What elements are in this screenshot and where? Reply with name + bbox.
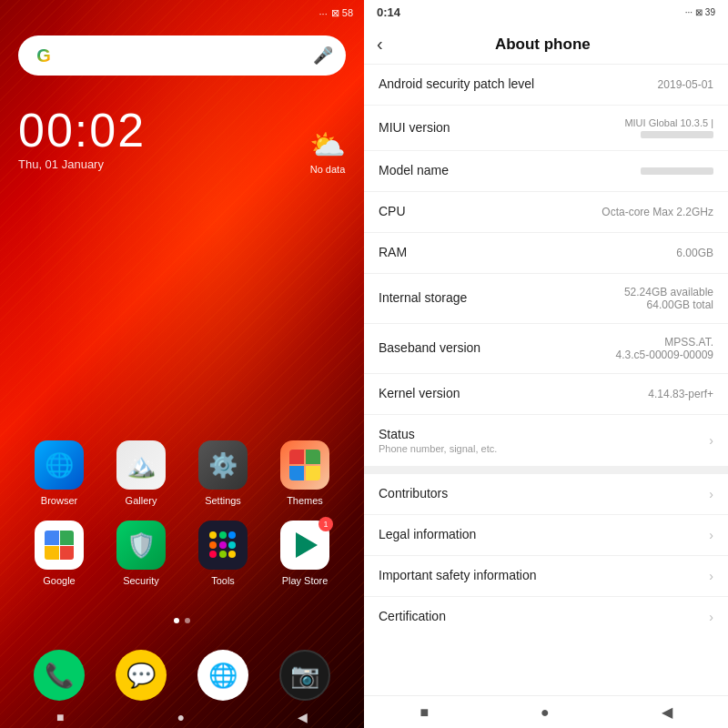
dock-phone[interactable]: 📞: [34, 650, 85, 701]
item-left: CPU: [379, 204, 602, 220]
contributors-label: Contributors: [379, 486, 702, 500]
nav-bar-left: ■ ● ◀: [0, 706, 364, 728]
item-legal-information[interactable]: Legal information ›: [364, 515, 728, 556]
dock-camera[interactable]: 📷: [279, 650, 330, 701]
model-name-value: [641, 167, 713, 175]
legal-label: Legal information: [379, 527, 702, 541]
dock-chrome[interactable]: 🌐: [197, 650, 248, 701]
app-security[interactable]: 🛡️ Security: [116, 521, 166, 586]
item-left: Android security patch level: [379, 76, 658, 93]
item-left: Model name: [379, 163, 641, 179]
apps-row-2: Google 🛡️ Security: [18, 521, 346, 586]
back-button[interactable]: ‹: [377, 34, 383, 55]
item-model-name: Model name: [364, 151, 728, 192]
playstore-badge: 1: [318, 517, 333, 531]
playstore-label: Play Store: [282, 575, 329, 586]
item-ram: RAM 6.00GB: [364, 233, 728, 274]
google-icon: [35, 521, 84, 570]
browser-icon: 🌐: [35, 440, 84, 490]
header-bar: ‹ About phone: [364, 25, 728, 65]
signal-dots-right: ···: [685, 7, 693, 17]
status-icons-right: ··· ⊠ 39: [685, 7, 715, 17]
baseband-label: Baseband version: [379, 340, 616, 355]
weather-icon: ⛅: [309, 127, 346, 162]
clock-time: 00:02: [18, 103, 346, 157]
cpu-value: Octa-core Max 2.2GHz: [602, 206, 713, 218]
clock-date: Thu, 01 January: [18, 157, 346, 171]
page-title: About phone: [392, 35, 693, 54]
ram-label: RAM: [379, 245, 676, 259]
security-patch-value: 2019-05-01: [658, 78, 713, 91]
dock-messages[interactable]: 💬: [116, 650, 167, 701]
status-icons-left: ··· ⊠ 58: [319, 7, 353, 19]
browser-label: Browser: [41, 495, 77, 506]
certification-chevron: ›: [709, 610, 713, 624]
item-left: Kernel version: [379, 386, 648, 402]
item-cpu: CPU Octa-core Max 2.2GHz: [364, 192, 728, 233]
nav-circle-right[interactable]: ●: [541, 704, 550, 721]
status-time: 0:14: [377, 5, 400, 19]
app-browser[interactable]: 🌐 Browser: [35, 440, 84, 506]
settings-label: Settings: [205, 495, 241, 506]
miui-version-value: MIUI Global 10.3.5 |: [624, 117, 713, 138]
item-status[interactable]: Status Phone number, signal, etc. ›: [364, 415, 728, 467]
app-settings[interactable]: ⚙️ Settings: [198, 440, 248, 506]
app-themes[interactable]: Themes: [280, 440, 329, 506]
status-chevron: ›: [709, 433, 713, 448]
item-security-patch: Android security patch level 2019-05-01: [364, 65, 728, 106]
security-label: Security: [123, 575, 159, 586]
section-divider: [364, 467, 728, 474]
settings-list: Android security patch level 2019-05-01 …: [364, 65, 728, 695]
mic-icon[interactable]: 🎤: [313, 46, 333, 66]
model-name-label: Model name: [379, 163, 641, 177]
safety-chevron: ›: [709, 569, 713, 583]
status-sublabel: Phone number, signal, etc.: [379, 443, 702, 454]
weather-widget: ⛅ No data: [309, 127, 346, 175]
app-playstore[interactable]: 1 Play Store: [280, 521, 329, 586]
app-google[interactable]: Google: [35, 521, 84, 586]
legal-chevron: ›: [709, 528, 713, 542]
item-baseband: Baseband version MPSS.AT. 4.3.c5-00009-0…: [364, 324, 728, 374]
item-contributors[interactable]: Contributors ›: [364, 474, 728, 515]
item-safety-information[interactable]: Important safety information ›: [364, 556, 728, 597]
item-left: Status Phone number, signal, etc.: [379, 427, 702, 454]
right-panel: 0:14 ··· ⊠ 39 ‹ About phone Android secu…: [364, 0, 728, 728]
app-gallery[interactable]: 🏔️ Gallery: [116, 440, 166, 506]
status-label: Status: [379, 427, 702, 441]
miui-version-label: MIUI version: [379, 120, 624, 135]
page-dot-1: [174, 618, 179, 623]
tools-label: Tools: [211, 575, 235, 586]
status-bar-left: ··· ⊠ 58: [0, 0, 364, 26]
weather-text: No data: [309, 164, 346, 175]
certification-label: Certification: [379, 609, 702, 623]
security-patch-label: Android security patch level: [379, 76, 658, 91]
storage-label: Internal storage: [379, 290, 624, 305]
settings-icon: ⚙️: [198, 440, 248, 490]
signal-dots: ···: [319, 8, 328, 19]
dock: 📞 💬 🌐 📷: [0, 650, 364, 701]
themes-icon: [280, 440, 329, 490]
safety-label: Important safety information: [379, 568, 702, 582]
security-icon: 🛡️: [116, 521, 166, 570]
apps-grid: 🌐 Browser 🏔️ Gallery ⚙️ Settings: [0, 440, 364, 601]
item-left: MIUI version: [379, 120, 624, 136]
storage-value: 52.24GB available 64.00GB total: [624, 286, 713, 311]
status-icons-right-text: ⊠ 39: [695, 7, 715, 17]
item-left: Contributors: [379, 486, 702, 502]
item-left: Baseband version: [379, 340, 616, 357]
nav-square-right[interactable]: ■: [420, 704, 429, 721]
kernel-value: 4.14.83-perf+: [648, 388, 713, 400]
item-left: RAM: [379, 245, 676, 261]
app-tools[interactable]: Tools: [198, 521, 248, 586]
status-bar-right: 0:14 ··· ⊠ 39: [364, 0, 728, 25]
apps-row-1: 🌐 Browser 🏔️ Gallery ⚙️ Settings: [18, 440, 346, 506]
nav-square-left[interactable]: ■: [56, 710, 64, 724]
search-bar[interactable]: G 🎤: [18, 35, 346, 76]
ram-value: 6.00GB: [676, 247, 713, 259]
item-left: Important safety information: [379, 568, 702, 584]
item-certification[interactable]: Certification ›: [364, 597, 728, 637]
nav-back-left[interactable]: ◀: [298, 710, 308, 724]
nav-back-right[interactable]: ◀: [662, 703, 672, 721]
nav-circle-left[interactable]: ●: [177, 710, 184, 724]
page-dots: [0, 618, 364, 623]
